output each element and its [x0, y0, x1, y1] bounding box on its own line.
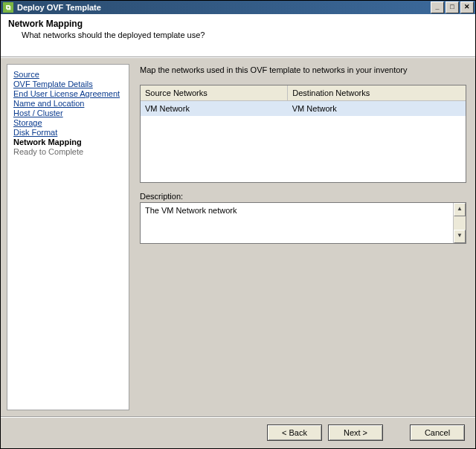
- cell-destination-network[interactable]: VM Network: [288, 101, 466, 117]
- sidebar-step-host-cluster[interactable]: Host / Cluster: [13, 109, 123, 117]
- cancel-button[interactable]: Cancel: [410, 424, 465, 441]
- window-title: Deploy OVF Template: [17, 3, 431, 12]
- cell-source-network: VM Network: [141, 101, 288, 117]
- col-source-networks[interactable]: Source Networks: [141, 85, 288, 101]
- close-button[interactable]: ✕: [460, 1, 474, 13]
- description-box: The VM Network network ▲ ▼: [140, 202, 466, 244]
- step-description: What networks should the deployed templa…: [22, 30, 468, 39]
- description-label: Description:: [140, 192, 466, 201]
- titlebar: ⧉ Deploy OVF Template _ □ ✕: [1, 1, 475, 14]
- scroll-up-icon[interactable]: ▲: [454, 203, 466, 216]
- step-title: Network Mapping: [8, 19, 468, 29]
- back-button[interactable]: < Back: [267, 424, 322, 441]
- sidebar-step-ready: Ready to Complete: [13, 147, 123, 156]
- network-mapping-table[interactable]: Source Networks Destination Networks VM …: [140, 85, 466, 183]
- wizard-steps-sidebar: Source OVF Template Details End User Lic…: [7, 64, 129, 410]
- sidebar-step-ovf-details[interactable]: OVF Template Details: [13, 80, 123, 88]
- description-text: The VM Network network: [141, 203, 453, 243]
- wizard-main: Map the networks used in this OVF templa…: [129, 58, 475, 416]
- sidebar-step-name-location[interactable]: Name and Location: [13, 99, 123, 108]
- table-row[interactable]: VM Network VM Network: [141, 101, 466, 117]
- wizard-header: Network Mapping What networks should the…: [1, 14, 475, 57]
- sidebar-step-eula[interactable]: End User License Agreement: [13, 89, 123, 98]
- maximize-button[interactable]: □: [446, 1, 459, 13]
- wizard-body: Source OVF Template Details End User Lic…: [1, 57, 475, 416]
- deploy-ovf-window: ⧉ Deploy OVF Template _ □ ✕ Network Mapp…: [0, 0, 476, 449]
- scroll-down-icon[interactable]: ▼: [454, 230, 466, 243]
- app-icon: ⧉: [2, 1, 14, 13]
- col-destination-networks[interactable]: Destination Networks: [288, 85, 466, 101]
- minimize-button[interactable]: _: [431, 1, 444, 13]
- sidebar-step-source[interactable]: Source: [13, 70, 123, 79]
- sidebar-step-network-mapping: Network Mapping: [13, 138, 123, 146]
- window-controls: _ □ ✕: [431, 1, 474, 13]
- description-scrollbar[interactable]: ▲ ▼: [453, 203, 466, 243]
- instruction-text: Map the networks used in this OVF templa…: [140, 65, 466, 74]
- sidebar-step-disk-format[interactable]: Disk Format: [13, 128, 123, 137]
- wizard-footer: < Back Next > Cancel: [1, 416, 475, 448]
- next-button[interactable]: Next >: [328, 424, 383, 441]
- sidebar-step-storage[interactable]: Storage: [13, 118, 123, 127]
